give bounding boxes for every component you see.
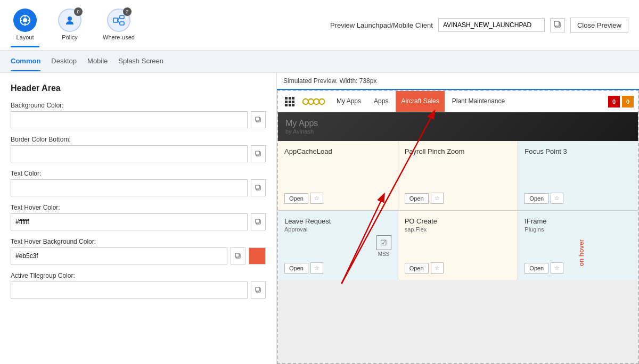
prev-tab-apps[interactable]: Apps	[368, 91, 394, 112]
preview-label-text: Preview Launchpad/Mobile Client	[330, 21, 433, 29]
svg-point-35	[303, 98, 308, 104]
tile-actions-1: Open ☆	[284, 193, 391, 204]
prev-badges: 0 0	[608, 96, 634, 107]
svg-rect-26	[285, 97, 288, 100]
policy-badge: 0	[74, 7, 83, 16]
prev-logo	[299, 97, 329, 106]
mss-label: MSS	[378, 251, 390, 257]
bg-color-label: Background Color:	[11, 102, 266, 109]
svg-rect-17	[256, 151, 259, 155]
tile-sub-6: Plugins	[525, 226, 632, 233]
preview-input[interactable]	[438, 18, 545, 32]
text-color-copy[interactable]	[251, 179, 266, 196]
tile-sub-5: sap.Flex	[405, 226, 512, 233]
tile-actions-5: Open ☆	[405, 262, 512, 274]
field-border-color: Border Color Bottom:	[11, 136, 266, 162]
prev-my-apps-header: My Apps by Avinash	[278, 112, 638, 141]
simulated-label: Simulated Preview. Width:	[283, 77, 357, 85]
svg-rect-33	[289, 104, 291, 106]
tile-focus-point: Focus Point 3 Open ☆	[518, 141, 638, 210]
border-color-input[interactable]	[11, 145, 248, 162]
open-btn-1[interactable]: Open	[284, 193, 308, 204]
bg-color-row	[11, 111, 266, 128]
where-used-icon: 2	[107, 9, 130, 32]
badge-orange: 0	[622, 96, 634, 107]
tile-actions-3: Open ☆	[525, 193, 632, 204]
bg-color-input[interactable]	[11, 111, 248, 128]
text-hover-color-copy[interactable]	[251, 213, 266, 230]
svg-rect-15	[256, 117, 259, 121]
nav-item-policy[interactable]: 0 Policy	[55, 3, 84, 47]
svg-rect-21	[256, 219, 259, 223]
my-apps-subtitle: by Avinash	[285, 128, 630, 135]
simulated-bar: Simulated Preview. Width: 738px	[277, 73, 639, 90]
open-btn-3[interactable]: Open	[525, 193, 548, 204]
text-hover-bg-copy[interactable]	[231, 247, 245, 264]
preview-area: My Apps Apps Aircraft Sales Plant Mainte…	[277, 90, 639, 364]
border-color-row	[11, 145, 266, 162]
close-preview-button[interactable]: Close Preview	[570, 18, 628, 33]
open-btn-6[interactable]: Open	[525, 263, 548, 274]
main-layout: Header Area Background Color: Border Col…	[0, 73, 639, 364]
field-text-hover-color: Text Hover Color:	[11, 204, 266, 230]
border-color-label: Border Color Bottom:	[11, 136, 266, 143]
prev-header: My Apps Apps Aircraft Sales Plant Mainte…	[278, 91, 638, 112]
fav-btn-6[interactable]: ☆	[551, 262, 563, 274]
where-used-label: Where-used	[103, 34, 135, 40]
right-panel: Simulated Preview. Width: 738px	[277, 73, 639, 364]
tab-desktop[interactable]: Desktop	[51, 52, 77, 71]
text-hover-color-input[interactable]	[11, 213, 248, 230]
top-nav: Layout 0 Policy 2	[0, 0, 639, 51]
nav-icons: Layout 0 Policy 2	[11, 3, 137, 47]
prev-tab-aircraft-sales[interactable]: Aircraft Sales	[396, 91, 444, 112]
fav-btn-4[interactable]: ☆	[310, 262, 323, 274]
text-hover-color-label: Text Hover Color:	[11, 204, 266, 211]
svg-point-1	[23, 18, 27, 22]
open-btn-5[interactable]: Open	[405, 263, 429, 274]
tab-common[interactable]: Common	[11, 52, 40, 71]
tab-splash[interactable]: Splash Screen	[118, 52, 163, 71]
svg-rect-29	[285, 101, 288, 103]
svg-rect-7	[113, 18, 118, 22]
text-color-input[interactable]	[11, 179, 248, 196]
fav-btn-5[interactable]: ☆	[431, 262, 444, 274]
field-text-hover-bg-color: Text Hover Background Color:	[11, 238, 266, 264]
text-hover-bg-swatch[interactable]	[249, 247, 266, 264]
grid-icon[interactable]	[282, 94, 297, 109]
svg-rect-19	[256, 185, 259, 189]
tab-mobile[interactable]: Mobile	[87, 52, 108, 71]
mss-icon-box: ☑	[376, 235, 391, 250]
tile-sub-4: Approval	[284, 226, 391, 233]
text-hover-color-row	[11, 213, 266, 230]
text-hover-bg-input[interactable]	[11, 247, 227, 264]
bg-color-copy[interactable]	[251, 111, 266, 128]
fav-btn-1[interactable]: ☆	[310, 193, 323, 204]
tile-actions-4: Open ☆	[284, 262, 391, 274]
nav-item-layout[interactable]: Layout	[11, 3, 39, 47]
svg-rect-25	[256, 287, 259, 291]
open-btn-4[interactable]: Open	[284, 263, 308, 274]
svg-rect-34	[292, 104, 294, 106]
tile-name-1: AppCacheLoad	[284, 147, 391, 155]
fav-btn-3[interactable]: ☆	[551, 193, 563, 204]
active-tilegroup-copy[interactable]	[251, 282, 266, 299]
border-color-copy[interactable]	[251, 145, 266, 162]
svg-rect-8	[120, 15, 124, 19]
fav-btn-2[interactable]: ☆	[431, 193, 444, 204]
layout-label: Layout	[16, 34, 34, 40]
tile-name-6: IFrame	[525, 217, 632, 225]
svg-rect-27	[289, 97, 291, 100]
nav-item-where-used[interactable]: 2 Where-used	[100, 3, 137, 47]
svg-point-36	[308, 98, 314, 104]
where-used-badge: 2	[123, 7, 132, 16]
svg-rect-28	[292, 97, 294, 100]
prev-tab-plant-maintenance[interactable]: Plant Maintenance	[447, 91, 510, 112]
policy-icon: 0	[58, 9, 81, 32]
active-tilegroup-input[interactable]	[11, 282, 248, 299]
my-apps-title: My Apps	[285, 119, 630, 128]
text-color-label: Text Color:	[11, 170, 266, 177]
prev-tab-my-apps[interactable]: My Apps	[331, 91, 366, 112]
svg-rect-30	[289, 101, 291, 103]
open-btn-2[interactable]: Open	[405, 193, 429, 204]
copy-preview-button[interactable]	[550, 18, 565, 32]
